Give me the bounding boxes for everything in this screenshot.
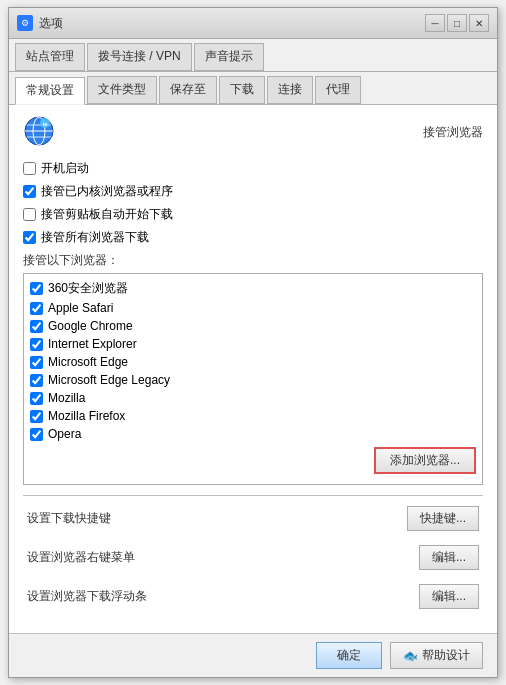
- tab-filetypes[interactable]: 文件类型: [87, 76, 157, 104]
- help-icon: 🐟: [403, 649, 418, 663]
- browser-item-firefox: Mozilla Firefox: [30, 409, 476, 423]
- checkbox-takeover-browser-label: 接管已内核浏览器或程序: [41, 183, 173, 200]
- browser-item-ie: Internet Explorer: [30, 337, 476, 351]
- browser-edge-legacy-label: Microsoft Edge Legacy: [48, 373, 170, 387]
- tab-connection[interactable]: 连接: [267, 76, 313, 104]
- setting-shortcut-label: 设置下载快捷键: [27, 510, 111, 527]
- setting-row-float-bar: 设置浏览器下载浮动条 编辑...: [23, 584, 483, 609]
- setting-row-context-menu: 设置浏览器右键菜单 编辑...: [23, 545, 483, 570]
- browsers-label: 接管以下浏览器：: [23, 252, 483, 269]
- browser-edge-label: Microsoft Edge: [48, 355, 128, 369]
- browser-firefox-label: Mozilla Firefox: [48, 409, 125, 423]
- browser-mozilla-label: Mozilla: [48, 391, 85, 405]
- window-title: 选项: [39, 15, 63, 32]
- tab-download[interactable]: 下载: [219, 76, 265, 104]
- button-bar: 确定 🐟 帮助设计: [9, 633, 497, 677]
- add-browser-button[interactable]: 添加浏览器...: [374, 447, 476, 474]
- add-browser-btn-row: 添加浏览器...: [30, 447, 476, 474]
- checkbox-autostart-input[interactable]: [23, 162, 36, 175]
- browser-opera-checkbox[interactable]: [30, 428, 43, 441]
- section-header: ie 接管浏览器: [23, 115, 483, 150]
- browser-360-checkbox[interactable]: [30, 282, 43, 295]
- tab-site-management[interactable]: 站点管理: [15, 43, 85, 71]
- setting-float-label: 设置浏览器下载浮动条: [27, 588, 147, 605]
- setting-float-button[interactable]: 编辑...: [419, 584, 479, 609]
- checkbox-clipboard-download: 接管剪贴板自动开始下载: [23, 206, 483, 223]
- browser-360-label: 360安全浏览器: [48, 280, 128, 297]
- browser-firefox-checkbox[interactable]: [30, 410, 43, 423]
- main-content: ie 接管浏览器 开机启动 接管已内核浏览器或程序 接管剪贴板自动开始下载 接管…: [9, 105, 497, 633]
- checkbox-autostart: 开机启动: [23, 160, 483, 177]
- checkbox-all-browsers: 接管所有浏览器下载: [23, 229, 483, 246]
- checkbox-all-browsers-label: 接管所有浏览器下载: [41, 229, 149, 246]
- checkbox-takeover-browser: 接管已内核浏览器或程序: [23, 183, 483, 200]
- browser-edge-checkbox[interactable]: [30, 356, 43, 369]
- browser-item-opera: Opera: [30, 427, 476, 441]
- help-label: 帮助设计: [422, 647, 470, 664]
- tab-dialup-vpn[interactable]: 拨号连接 / VPN: [87, 43, 192, 71]
- separator1: [23, 495, 483, 496]
- close-button[interactable]: ✕: [469, 14, 489, 32]
- setting-row-shortcut: 设置下载快捷键 快捷键...: [23, 506, 483, 531]
- section-title: 接管浏览器: [423, 124, 483, 141]
- browser-chrome-label: Google Chrome: [48, 319, 133, 333]
- title-bar: ⚙ 选项 ─ □ ✕: [9, 8, 497, 39]
- maximize-button[interactable]: □: [447, 14, 467, 32]
- browser-item-edge: Microsoft Edge: [30, 355, 476, 369]
- browser-chrome-checkbox[interactable]: [30, 320, 43, 333]
- browser-mozilla-checkbox[interactable]: [30, 392, 43, 405]
- setting-context-button[interactable]: 编辑...: [419, 545, 479, 570]
- confirm-button[interactable]: 确定: [316, 642, 382, 669]
- minimize-button[interactable]: ─: [425, 14, 445, 32]
- options-window: ⚙ 选项 ─ □ ✕ 站点管理 拨号连接 / VPN 声音提示 常规设置 文件类…: [8, 7, 498, 678]
- checkbox-autostart-label: 开机启动: [41, 160, 89, 177]
- browser-ie-label: Internet Explorer: [48, 337, 137, 351]
- help-button[interactable]: 🐟 帮助设计: [390, 642, 483, 669]
- setting-shortcut-button[interactable]: 快捷键...: [407, 506, 479, 531]
- browser-item-360: 360安全浏览器: [30, 280, 476, 297]
- tab-saveto[interactable]: 保存至: [159, 76, 217, 104]
- app-logo: ie: [23, 115, 55, 150]
- browser-item-safari: Apple Safari: [30, 301, 476, 315]
- setting-context-label: 设置浏览器右键菜单: [27, 549, 135, 566]
- tab-proxy[interactable]: 代理: [315, 76, 361, 104]
- title-controls: ─ □ ✕: [425, 14, 489, 32]
- checkbox-clipboard-download-label: 接管剪贴板自动开始下载: [41, 206, 173, 223]
- browser-item-edge-legacy: Microsoft Edge Legacy: [30, 373, 476, 387]
- checkbox-clipboard-download-input[interactable]: [23, 208, 36, 221]
- tab-sound-hint[interactable]: 声音提示: [194, 43, 264, 71]
- tabs-row1: 站点管理 拨号连接 / VPN 声音提示: [15, 43, 491, 71]
- browser-opera-label: Opera: [48, 427, 81, 441]
- browser-ie-checkbox[interactable]: [30, 338, 43, 351]
- tabs-wrapper-row2: 常规设置 文件类型 保存至 下载 连接 代理: [9, 72, 497, 104]
- browser-safari-label: Apple Safari: [48, 301, 113, 315]
- browser-item-chrome: Google Chrome: [30, 319, 476, 333]
- checkbox-all-browsers-input[interactable]: [23, 231, 36, 244]
- browsers-box: 360安全浏览器 Apple Safari Google Chrome Inte…: [23, 273, 483, 485]
- tabs-wrapper-row1: 站点管理 拨号连接 / VPN 声音提示: [9, 39, 497, 71]
- svg-text:ie: ie: [42, 121, 48, 127]
- tab-general[interactable]: 常规设置: [15, 77, 85, 105]
- checkbox-takeover-browser-input[interactable]: [23, 185, 36, 198]
- tabs-row2: 常规设置 文件类型 保存至 下载 连接 代理: [15, 76, 491, 104]
- browser-safari-checkbox[interactable]: [30, 302, 43, 315]
- browser-item-mozilla: Mozilla: [30, 391, 476, 405]
- browser-edge-legacy-checkbox[interactable]: [30, 374, 43, 387]
- title-bar-left: ⚙ 选项: [17, 15, 63, 32]
- window-icon: ⚙: [17, 15, 33, 31]
